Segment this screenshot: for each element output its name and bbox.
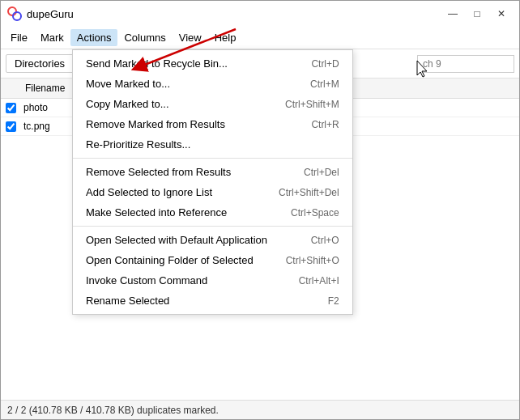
menu-view[interactable]: View (173, 29, 208, 46)
minimize-button[interactable]: — (441, 5, 464, 23)
menu-invoke-custom[interactable]: Invoke Custom Command Ctrl+Alt+I (73, 270, 352, 291)
menu-rename-selected[interactable]: Rename Selected F2 (73, 291, 352, 311)
menu-open-folder[interactable]: Open Containing Folder of Selected Ctrl+… (73, 250, 352, 270)
menu-copy-marked[interactable]: Copy Marked to... Ctrl+Shift+M (73, 94, 352, 114)
search-input[interactable] (417, 55, 514, 73)
separator-1 (73, 158, 352, 159)
menu-mark[interactable]: Mark (34, 29, 70, 46)
app-icon (7, 6, 22, 21)
search-box (417, 55, 514, 73)
menu-help[interactable]: Help (208, 29, 243, 46)
main-window: dupeGuru — □ ✕ File Mark Actions Columns… (0, 0, 520, 420)
separator-2 (73, 226, 352, 227)
window-title: dupeGuru (27, 8, 74, 20)
menu-remove-marked[interactable]: Remove Marked from Results Ctrl+R (73, 114, 352, 134)
menu-file[interactable]: File (4, 29, 34, 46)
directories-button[interactable]: Directories (6, 54, 74, 73)
menu-bar: File Mark Actions Columns View Help (1, 27, 519, 49)
menu-actions[interactable]: Actions (70, 29, 118, 46)
title-bar: dupeGuru — □ ✕ (1, 1, 519, 27)
menu-add-ignore[interactable]: Add Selected to Ignore List Ctrl+Shift+D… (73, 182, 352, 202)
actions-menu: Send Marked to Recycle Bin... Ctrl+D Mov… (72, 49, 353, 315)
status-bar: 2 / 2 (410.78 KB / 410.78 KB) duplicates… (1, 400, 519, 419)
menu-columns[interactable]: Columns (117, 29, 172, 46)
maximize-button[interactable]: □ (466, 5, 488, 23)
window-controls: — □ ✕ (441, 5, 513, 23)
title-bar-left: dupeGuru (7, 6, 74, 21)
row-checkbox-1[interactable] (1, 103, 20, 113)
menu-re-prioritize[interactable]: Re-Prioritize Results... (73, 134, 352, 155)
menu-open-default[interactable]: Open Selected with Default Application C… (73, 230, 352, 250)
menu-move-marked[interactable]: Move Marked to... Ctrl+M (73, 74, 352, 94)
status-text: 2 / 2 (410.78 KB / 410.78 KB) duplicates… (7, 405, 219, 416)
close-button[interactable]: ✕ (490, 5, 513, 23)
menu-make-reference[interactable]: Make Selected into Reference Ctrl+Space (73, 202, 352, 223)
menu-send-recycle[interactable]: Send Marked to Recycle Bin... Ctrl+D (73, 53, 352, 74)
svg-point-1 (13, 12, 21, 20)
row-checkbox-2[interactable] (1, 121, 20, 132)
svg-point-0 (8, 7, 16, 15)
menu-remove-selected[interactable]: Remove Selected from Results Ctrl+Del (73, 162, 352, 182)
